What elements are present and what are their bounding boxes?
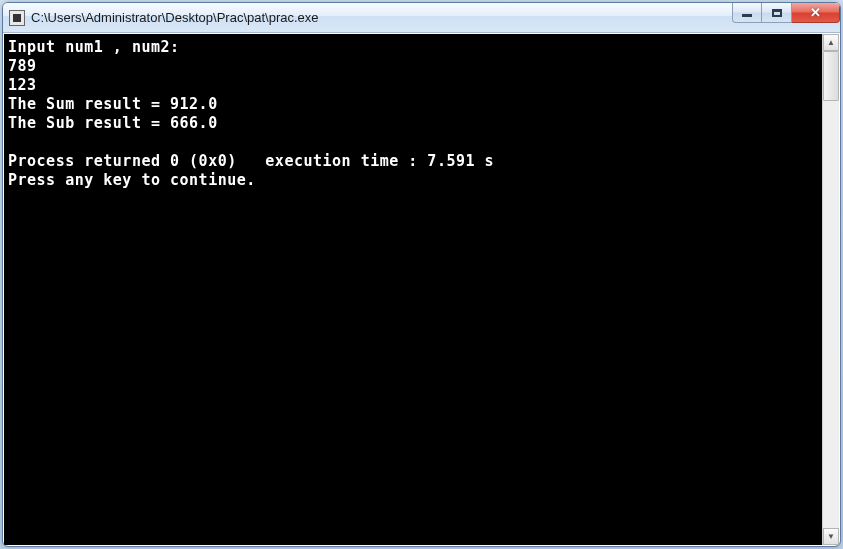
console-output[interactable]: Input num1 , num2: 789 123 The Sum resul… xyxy=(4,34,822,545)
window-controls: ✕ xyxy=(732,3,840,32)
client-area: Input num1 , num2: 789 123 The Sum resul… xyxy=(3,33,840,546)
chevron-up-icon: ▲ xyxy=(827,38,835,47)
chevron-down-icon: ▼ xyxy=(827,532,835,541)
close-button[interactable]: ✕ xyxy=(792,3,840,23)
window-title: C:\Users\Administrator\Desktop\Prac\pat\… xyxy=(31,10,732,25)
app-icon xyxy=(9,10,25,26)
scroll-thumb[interactable] xyxy=(823,51,839,101)
scroll-up-button[interactable]: ▲ xyxy=(823,34,839,51)
scroll-track[interactable] xyxy=(823,51,839,528)
scroll-down-button[interactable]: ▼ xyxy=(823,528,839,545)
vertical-scrollbar[interactable]: ▲ ▼ xyxy=(822,34,839,545)
console-window: C:\Users\Administrator\Desktop\Prac\pat\… xyxy=(2,2,841,547)
maximize-button[interactable] xyxy=(762,3,792,23)
close-icon: ✕ xyxy=(810,6,821,19)
minimize-icon xyxy=(742,14,752,17)
minimize-button[interactable] xyxy=(732,3,762,23)
titlebar[interactable]: C:\Users\Administrator\Desktop\Prac\pat\… xyxy=(3,3,840,33)
maximize-icon xyxy=(772,9,782,17)
